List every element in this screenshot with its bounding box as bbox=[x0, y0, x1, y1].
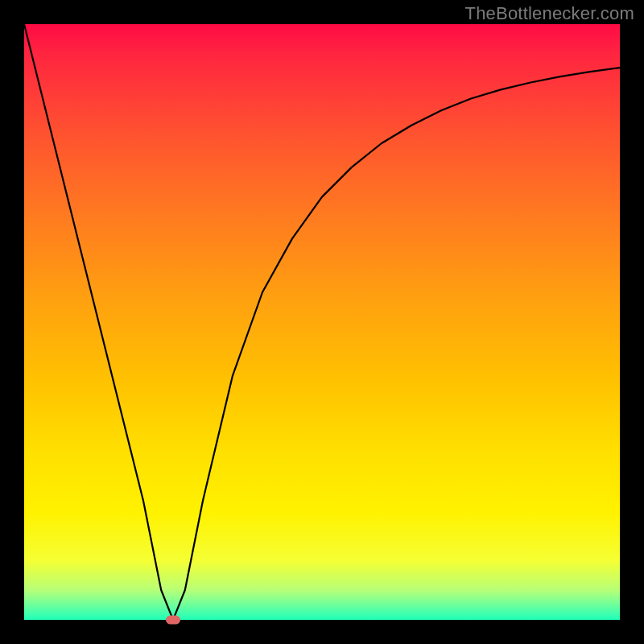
bottleneck-curve bbox=[24, 24, 620, 620]
minimum-marker bbox=[166, 616, 180, 625]
plot-area bbox=[24, 24, 620, 620]
chart-container: TheBottlenecker.com bbox=[0, 0, 644, 644]
watermark-text: TheBottlenecker.com bbox=[465, 3, 634, 24]
